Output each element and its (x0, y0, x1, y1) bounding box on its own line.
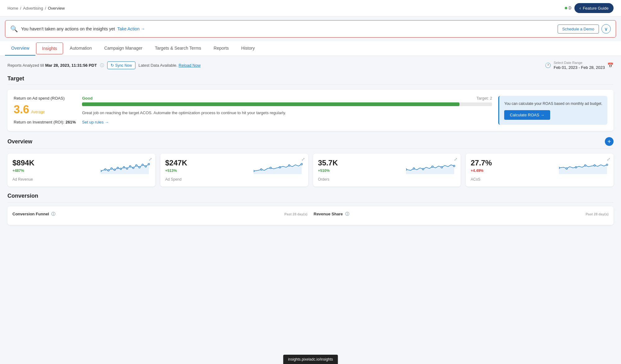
expand-icon[interactable]: ⤢ (148, 157, 152, 162)
svg-point-21 (301, 164, 302, 165)
ad-spend-label: Ad Spend (165, 177, 303, 182)
alert-text: You haven't taken any actions on the ins… (21, 26, 145, 31)
tab-history[interactable]: History (235, 41, 261, 56)
expand-icon[interactable]: ⤢ (607, 157, 610, 162)
status-dot (565, 7, 567, 9)
top-bar: Home / Advertising / Overview D ‹ Featur… (0, 0, 621, 16)
svg-point-30 (575, 167, 577, 168)
alert-banner: 🔍 You haven't taken any actions on the i… (5, 20, 616, 38)
svg-point-27 (454, 165, 455, 167)
svg-point-4 (114, 169, 115, 171)
tab-automation[interactable]: Automation (64, 41, 98, 56)
main-content: Reports Analyzed till Mar 28, 2023, 11:3… (0, 56, 621, 364)
svg-point-32 (594, 165, 596, 166)
top-bar-right: D ‹ Feature Guide (565, 3, 614, 13)
acos-label: ACoS (471, 177, 609, 182)
svg-point-8 (126, 168, 128, 169)
breadcrumb-sep2: / (45, 6, 46, 11)
svg-point-3 (111, 168, 112, 169)
overview-section-title: Overview (7, 138, 32, 145)
calculate-roas-button[interactable]: Calculate ROAS → (504, 110, 550, 120)
conversion-funnel-col: Conversion Funnel ⓘ Past 28 day(s) (12, 211, 308, 220)
alert-left: 🔍 You haven't taken any actions on the i… (10, 25, 145, 33)
info-icon: ⓘ (100, 63, 104, 68)
expand-icon[interactable]: ⤢ (454, 157, 458, 162)
progress-header: Good Target: 2 (82, 96, 492, 101)
sync-now-button[interactable]: ↻ Sync Now (107, 61, 135, 69)
svg-point-2 (107, 170, 109, 171)
revenue-share-header: Revenue Share ⓘ Past 28 day(s) (314, 211, 609, 217)
svg-point-26 (441, 167, 443, 168)
tab-targets-search-terms[interactable]: Targets & Search Terms (148, 41, 207, 56)
collapse-button[interactable]: ∨ (601, 24, 611, 34)
take-action-link[interactable]: Take Action → (117, 26, 145, 31)
target-left: Return on Ad spend (ROAS) 3.6 Average Re… (14, 96, 76, 125)
revenue-share-label: Revenue Share ⓘ (314, 211, 349, 217)
svg-point-20 (288, 165, 290, 166)
ad-spend-sparkline (253, 159, 303, 174)
alert-icon: 🔍 (10, 25, 18, 33)
calendar-icon[interactable]: 📅 (607, 62, 614, 68)
sync-left: Reports Analyzed till Mar 28, 2023, 11:3… (7, 61, 201, 69)
clock-icon: 🕐 (545, 62, 551, 68)
feature-guide-label: Feature Guide (583, 6, 609, 11)
orders-value: 35.7K (318, 159, 387, 167)
ad-spend-change: +513% (165, 169, 234, 173)
svg-point-22 (406, 169, 407, 170)
status-label: D (569, 6, 572, 10)
svg-point-19 (279, 167, 281, 168)
sync-bar: Reports Analyzed till Mar 28, 2023, 11:3… (7, 61, 614, 70)
svg-point-29 (566, 168, 568, 169)
tab-reports[interactable]: Reports (208, 41, 235, 56)
target-sidebar-desc: You can calculate your ROAS based on mon… (504, 101, 602, 106)
breadcrumb-advertising[interactable]: Advertising (23, 6, 43, 11)
tab-campaign-manager[interactable]: Campaign Manager (98, 41, 148, 56)
expand-icon[interactable]: ⤢ (301, 157, 305, 162)
svg-point-13 (142, 164, 143, 166)
schedule-demo-button[interactable]: Schedule a Demo (558, 25, 599, 34)
target-roas-value: 3.6 (14, 103, 29, 116)
ad-revenue-label: Ad Revenue (12, 177, 150, 182)
target-avg-label: Average (31, 110, 45, 114)
tab-overview[interactable]: Overview (5, 41, 35, 56)
svg-point-9 (129, 166, 131, 167)
svg-point-6 (120, 168, 121, 170)
latest-data-label: Latest Data Available. Reload Now (139, 63, 201, 68)
roi-line: Return on Investment (ROI): 261% (14, 120, 76, 124)
add-metric-button[interactable]: + (605, 137, 614, 146)
ad-revenue-change: +487% (12, 169, 81, 173)
svg-point-0 (101, 170, 102, 172)
svg-point-10 (132, 167, 134, 169)
tab-insights[interactable]: Insights (36, 43, 63, 54)
metric-card-ad-spend: ⤢ $247K +513% (160, 154, 308, 186)
svg-point-12 (139, 167, 140, 168)
svg-point-1 (104, 169, 106, 170)
svg-point-25 (432, 166, 433, 168)
svg-point-33 (606, 164, 608, 166)
progress-good-label: Good (82, 96, 93, 101)
metric-card-acos: ⤢ 27.7% +4.49% (466, 154, 614, 186)
svg-point-18 (270, 167, 271, 169)
conversion-funnel-header: Conversion Funnel ⓘ Past 28 day(s) (12, 211, 308, 217)
svg-point-17 (260, 169, 262, 170)
ad-revenue-value: $894K (12, 159, 81, 167)
orders-label: Orders (318, 177, 456, 182)
svg-point-23 (413, 168, 415, 169)
svg-point-14 (145, 166, 146, 167)
breadcrumb-sep1: / (20, 6, 21, 11)
breadcrumb-home[interactable]: Home (7, 6, 18, 11)
setup-rules-link[interactable]: Set up rules → (82, 120, 109, 124)
feature-guide-button[interactable]: ‹ Feature Guide (574, 3, 614, 13)
acos-value: 27.7% (471, 159, 540, 167)
reports-label: Reports Analyzed till Mar 28, 2023, 11:3… (7, 63, 97, 68)
svg-point-31 (585, 165, 586, 166)
overview-header: Overview + (7, 137, 614, 149)
reload-link[interactable]: Reload Now (179, 63, 201, 68)
svg-point-11 (135, 165, 137, 166)
tooltip-bottom: insights.pixeladc.io/insights (283, 355, 338, 364)
metric-card-ad-revenue: ⤢ $894K +487% (7, 154, 155, 186)
progress-bar (82, 102, 492, 106)
orders-sparkline (406, 159, 456, 174)
svg-point-7 (123, 167, 125, 168)
revenue-info-icon: ⓘ (345, 212, 349, 216)
